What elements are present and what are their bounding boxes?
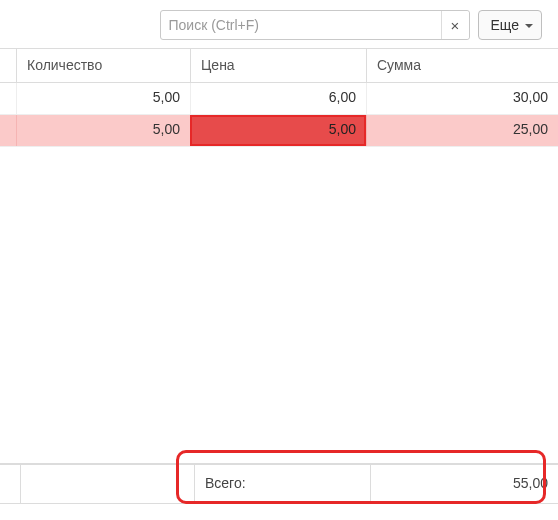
footer-total-value: 55,00 [370,465,558,503]
footer-spacer [20,465,194,503]
more-menu-button[interactable]: Еще [478,10,543,40]
cell-quantity[interactable]: 5,00 [16,83,190,114]
cell-sum[interactable]: 30,00 [366,83,558,114]
column-header-sum[interactable]: Сумма [366,49,558,82]
cell-price-error[interactable]: 5,00 [190,115,366,146]
header-lead-spacer [0,49,16,82]
grid-header: Количество Цена Сумма [0,49,558,83]
footer-total-label: Всего: [194,465,370,503]
cell-price[interactable]: 6,00 [190,83,366,114]
cell-sum[interactable]: 25,00 [366,115,558,146]
grid-body[interactable]: 5,00 6,00 30,00 5,00 5,00 25,00 [0,83,558,463]
table-row[interactable]: 5,00 5,00 25,00 [0,115,558,147]
column-header-price[interactable]: Цена [190,49,366,82]
table-row[interactable]: 5,00 6,00 30,00 [0,83,558,115]
more-menu-label: Еще [491,17,520,33]
footer-lead-spacer [0,465,20,503]
row-lead-spacer [0,83,16,114]
search-field-wrapper: × [160,10,470,40]
grid-footer: Всего: 55,00 [0,464,558,504]
column-header-quantity[interactable]: Количество [16,49,190,82]
toolbar: × Еще [0,0,558,48]
chevron-down-icon [525,24,533,28]
clear-search-button[interactable]: × [441,11,469,39]
cell-quantity[interactable]: 5,00 [16,115,190,146]
data-grid: Количество Цена Сумма 5,00 6,00 30,00 5,… [0,48,558,504]
row-lead-spacer [0,115,16,146]
search-input[interactable] [160,10,470,40]
